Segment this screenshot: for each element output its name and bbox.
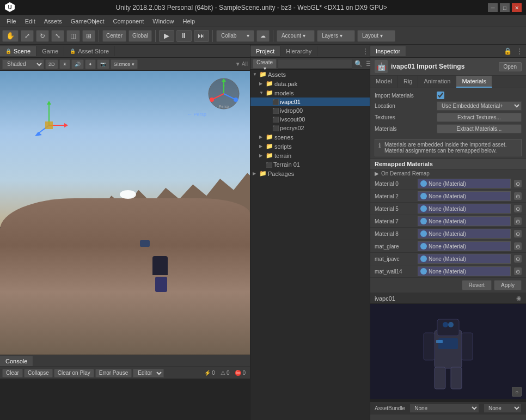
account-button[interactable]: Account ▾ (277, 30, 315, 42)
project-tabs: Project Hierarchy ⋮ (250, 45, 370, 58)
create-button[interactable]: Create ▾ (253, 59, 277, 69)
2d-toggle[interactable]: 2D (45, 59, 58, 69)
extract-textures-button[interactable]: Extract Textures... (437, 113, 522, 122)
global-button[interactable]: Global (129, 30, 152, 42)
tab-materials[interactable]: Materials (456, 76, 492, 88)
clear-button[interactable]: Clear (2, 369, 23, 378)
tree-item-scripts[interactable]: ▶ 📁 scripts (250, 142, 370, 151)
cloud-button[interactable]: ☁ (256, 30, 270, 42)
clear-on-play-button[interactable]: Clear on Play (54, 369, 94, 378)
tree-item-ivapc01[interactable]: ⬛ ivapc01 (250, 98, 370, 106)
tab-game[interactable]: Game (36, 46, 64, 56)
scene-view[interactable]: Y Persp (0, 71, 250, 355)
tree-item-models[interactable]: ▼ 📁 models (250, 88, 370, 98)
tree-item-assets[interactable]: ▼ 📁 Assets (250, 70, 370, 79)
gizmos-dropdown[interactable]: Gizmos ▾ (111, 59, 138, 69)
left-panel: 🔒 Scene Game 🔒 Asset Store Shaded Wirefr… (0, 45, 250, 420)
lighting-toggle[interactable]: ☀ (59, 59, 70, 69)
collab-button[interactable]: Collab▾ (216, 30, 254, 42)
mat-more-button-7[interactable]: ⊙ (514, 267, 522, 275)
menu-gameobject[interactable]: GameObject (66, 17, 109, 26)
camera-btn[interactable]: 📷 (97, 59, 109, 69)
scale-tool[interactable]: ⤡ (51, 30, 64, 42)
revert-button[interactable]: Revert (462, 280, 492, 290)
mat-more-button-5[interactable]: ⊙ (514, 242, 522, 250)
menu-assets[interactable]: Assets (40, 17, 66, 26)
tree-item-pecrys02[interactable]: ⬛ pecrys02 (250, 124, 370, 132)
mat-row-name: Material 8 (375, 231, 415, 237)
mat-more-button-3[interactable]: ⊙ (514, 217, 522, 225)
import-materials-label: Import Materials (375, 93, 435, 99)
title-bar: U Unity 2018.2.0b3 Personal (64bit) - Sa… (0, 0, 526, 15)
textures-label: Textures (375, 114, 435, 120)
tab-animation[interactable]: Animation (418, 76, 456, 88)
tab-rig[interactable]: Rig (398, 76, 419, 88)
maximize-button[interactable]: □ (500, 3, 510, 12)
minimize-button[interactable]: ─ (488, 3, 498, 12)
inspector-menu-icon[interactable]: ⋮ (515, 47, 524, 55)
menu-component[interactable]: Component (108, 17, 148, 26)
on-demand-label: On Demand Remap (381, 171, 430, 176)
tree-item-packages[interactable]: ▶ 📁 Packages (250, 169, 370, 178)
editor-dropdown[interactable]: Editor (133, 369, 164, 378)
asset-bundle-select-1[interactable]: None (409, 404, 479, 413)
asset-bundle-label: AssetBundle (375, 405, 405, 411)
rotate-tool[interactable]: ↻ (36, 30, 49, 42)
tab-model[interactable]: Model (370, 76, 398, 88)
tree-item-data-pak[interactable]: ▶ 📁 data.pak (250, 79, 370, 88)
play-button[interactable]: ▶ (159, 30, 174, 42)
tree-item-terrain[interactable]: ▶ 📁 terrain (250, 151, 370, 160)
mat-circle-icon (420, 205, 427, 212)
tab-inspector[interactable]: Inspector (370, 46, 406, 56)
menu-edit[interactable]: Edit (21, 17, 40, 26)
hand-tool[interactable]: ✋ (2, 30, 19, 42)
mat-picker-2: None (Material) (418, 204, 511, 214)
tab-asset-store[interactable]: 🔒 Asset Store (64, 46, 115, 56)
asset-bundle-select-2[interactable]: None (484, 404, 522, 413)
center-button[interactable]: Center (102, 30, 126, 42)
tree-item-scenes[interactable]: ▶ 📁 scenes (250, 132, 370, 142)
error-pause-button[interactable]: Error Pause (95, 369, 132, 378)
tree-item-ivscout00[interactable]: ⬛ ivscout00 (250, 115, 370, 124)
import-materials-row: Import Materials (375, 90, 522, 100)
location-dropdown[interactable]: Use Embedded Material+ Use External Mate… (437, 101, 522, 111)
apply-button[interactable]: Apply (494, 280, 522, 290)
on-demand-remap[interactable]: ▶ On Demand Remap (370, 169, 526, 178)
pause-button[interactable]: ⏸ (176, 30, 192, 42)
transform-tool[interactable]: ⊞ (82, 30, 95, 42)
tree-item-ivdrop00[interactable]: ⬛ ivdrop00 (250, 106, 370, 115)
material-row-2: Material 5 None (Material) ⊙ (370, 203, 526, 215)
mat-more-button-4[interactable]: ⊙ (514, 230, 522, 238)
layout-button[interactable]: Layout ▾ (357, 30, 395, 42)
search-input[interactable] (278, 59, 352, 69)
panel-menu-icon[interactable]: ⋮ (361, 47, 370, 55)
step-button[interactable]: ⏭ (194, 30, 209, 42)
preview-canvas: ○ (370, 304, 526, 399)
mat-more-button-1[interactable]: ⊙ (514, 192, 522, 200)
extract-materials-button[interactable]: Extract Materials... (437, 124, 522, 133)
move-tool[interactable]: ⤢ (21, 30, 34, 42)
shaded-select[interactable]: Shaded Wireframe (2, 59, 44, 69)
fx-toggle[interactable]: ✦ (85, 59, 96, 69)
layers-button[interactable]: Layers ▾ (317, 30, 355, 42)
tab-scene[interactable]: 🔒 Scene (0, 46, 36, 56)
tree-item-terrain-01[interactable]: ⬛ Terrain 01 (250, 160, 370, 169)
mat-more-button-0[interactable]: ⊙ (514, 180, 522, 187)
tab-project[interactable]: Project (250, 46, 280, 56)
rect-tool[interactable]: ◫ (66, 30, 80, 42)
lock-icon[interactable]: 🔒 (503, 47, 513, 55)
audio-toggle[interactable]: 🔊 (71, 59, 84, 69)
menu-window[interactable]: Window (148, 17, 178, 26)
mat-more-button-6[interactable]: ⊙ (514, 255, 522, 263)
import-materials-checkbox[interactable] (437, 92, 444, 99)
search-icon[interactable]: 🔍 (353, 60, 364, 68)
tab-hierarchy[interactable]: Hierarchy (280, 46, 317, 56)
open-button[interactable]: Open (499, 62, 522, 71)
mat-more-button-2[interactable]: ⊙ (514, 205, 522, 212)
collapse-button[interactable]: Collapse (24, 369, 53, 378)
preview-sphere-icon[interactable]: ○ (512, 387, 522, 397)
menu-file[interactable]: File (2, 17, 21, 26)
tab-console[interactable]: Console (0, 356, 33, 366)
close-button[interactable]: ✕ (512, 3, 522, 12)
menu-help[interactable]: Help (178, 17, 199, 26)
